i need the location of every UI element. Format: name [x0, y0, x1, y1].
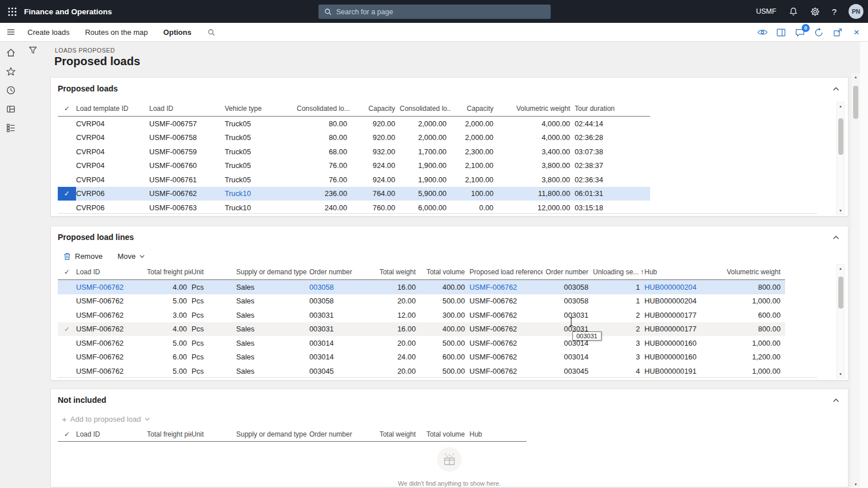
- column-header[interactable]: Total freight pie...: [147, 430, 192, 438]
- scroll-down-button[interactable]: ▼: [837, 207, 844, 214]
- column-header[interactable]: Load ID: [149, 105, 225, 113]
- grid-row[interactable]: ✓CVRP06USMF-006762Truck10236.00764.005,9…: [58, 187, 650, 201]
- column-header[interactable]: Supply or demand type: [236, 268, 309, 276]
- menu-item-routes-on-the-map[interactable]: Routes on the map: [85, 28, 148, 37]
- modules-icon[interactable]: [0, 118, 21, 137]
- grid-row[interactable]: CVRP06USMF-006763Truck10240.00760.006,00…: [58, 201, 650, 215]
- column-header[interactable]: Hub: [644, 268, 724, 276]
- company-picker[interactable]: USMF: [756, 7, 776, 15]
- table-scrollbar[interactable]: ▲ ▼: [837, 264, 845, 378]
- column-header[interactable]: Order number: [543, 268, 593, 276]
- column-header[interactable]: Unloading se...↑: [593, 268, 644, 276]
- notifications-bell-icon[interactable]: [789, 7, 798, 17]
- global-search-box[interactable]: [318, 5, 551, 19]
- column-header[interactable]: Order number: [309, 430, 367, 438]
- row-checkbox[interactable]: [58, 173, 76, 187]
- row-checkbox[interactable]: ✓: [58, 322, 76, 337]
- grid-row[interactable]: CVRP04USMF-006757Truck0580.00920.002,000…: [58, 117, 650, 131]
- grid-row[interactable]: CVRP04USMF-006758Truck0580.00920.002,000…: [58, 131, 650, 145]
- user-avatar[interactable]: PN: [849, 4, 863, 19]
- side-panel-icon[interactable]: [775, 27, 787, 38]
- app-launcher-waffle-icon[interactable]: [0, 0, 24, 23]
- grid-row[interactable]: USMF-0067623.00PcsSales00303112.00300.00…: [58, 308, 785, 322]
- column-header[interactable]: Total volume: [420, 430, 469, 438]
- column-header[interactable]: Supply or demand type: [236, 430, 309, 438]
- column-header[interactable]: Unit: [192, 430, 236, 438]
- row-checkbox[interactable]: ✓: [58, 187, 76, 201]
- scroll-thumb[interactable]: [838, 277, 843, 309]
- column-header[interactable]: Proposed load reference: [469, 268, 543, 276]
- row-checkbox[interactable]: [58, 117, 76, 131]
- open-in-new-window-icon[interactable]: [832, 27, 843, 38]
- column-header[interactable]: Volumetric weight: [724, 268, 785, 276]
- grid-row[interactable]: USMF-0067625.00PcsSales00305820.00500.00…: [58, 294, 785, 309]
- grid-row[interactable]: CVRP04USMF-006759Truck0568.00932.001,700…: [58, 145, 650, 159]
- app-title[interactable]: Finance and Operations: [24, 7, 112, 16]
- refresh-icon[interactable]: [813, 27, 825, 38]
- column-header[interactable]: Hub: [469, 430, 527, 438]
- collapse-chevron-icon[interactable]: [832, 85, 840, 92]
- select-all-checkmark[interactable]: ✓: [58, 101, 76, 116]
- collapse-chevron-icon[interactable]: [832, 397, 840, 403]
- column-header[interactable]: Consolidated lo...: [400, 105, 451, 113]
- column-header[interactable]: Load ID: [76, 268, 147, 276]
- row-checkbox[interactable]: [58, 308, 76, 322]
- add-to-proposed-load-button[interactable]: + Add to proposed load: [62, 415, 150, 423]
- close-page-icon[interactable]: ×: [851, 27, 862, 38]
- settings-gear-icon[interactable]: [810, 7, 820, 17]
- task-recorder-eye-icon[interactable]: [756, 27, 768, 38]
- remove-button[interactable]: Remove: [63, 252, 102, 261]
- grid-row[interactable]: CVRP04USMF-006761Truck0576.00924.001,900…: [58, 173, 650, 187]
- hamburger-menu-icon[interactable]: [0, 23, 22, 41]
- column-header[interactable]: Capacity: [451, 105, 498, 113]
- row-checkbox[interactable]: [58, 350, 76, 365]
- table-scrollbar[interactable]: ▲ ▼: [837, 102, 845, 215]
- grid-row[interactable]: ✓USMF-0067624.00PcsSales00303116.00400.0…: [58, 322, 785, 337]
- column-header[interactable]: Consolidated lo...: [297, 105, 352, 113]
- filter-funnel-icon[interactable]: [28, 45, 38, 57]
- grid-row[interactable]: USMF-0067625.00PcsSales00304520.00500.00…: [58, 364, 785, 378]
- column-header[interactable]: Total volume: [420, 268, 469, 276]
- scroll-thumb[interactable]: [853, 86, 858, 119]
- scroll-up-button[interactable]: ▲: [837, 102, 844, 110]
- row-checkbox[interactable]: [58, 159, 76, 173]
- search-input[interactable]: [336, 8, 546, 16]
- move-dropdown-button[interactable]: Move: [117, 252, 145, 261]
- help-icon[interactable]: ?: [832, 7, 837, 17]
- row-checkbox[interactable]: [58, 145, 76, 159]
- messages-icon[interactable]: 0: [794, 27, 806, 38]
- column-header[interactable]: Vehicle type: [225, 105, 297, 113]
- menu-item-options[interactable]: Options: [164, 28, 192, 37]
- row-checkbox[interactable]: [58, 201, 76, 215]
- grid-row[interactable]: USMF-0067624.00PcsSales00305816.00400.00…: [58, 280, 785, 294]
- column-header[interactable]: Total weight: [367, 430, 420, 438]
- action-pane-search-icon[interactable]: [207, 28, 216, 37]
- scroll-up-button[interactable]: ▲: [837, 265, 844, 272]
- workspaces-icon[interactable]: [0, 99, 21, 118]
- favorites-star-icon[interactable]: [0, 62, 21, 81]
- scroll-down-button[interactable]: ▼: [851, 481, 860, 488]
- grid-row[interactable]: USMF-0067625.00PcsSales00301420.00500.00…: [58, 336, 785, 350]
- column-header[interactable]: Order number: [309, 268, 367, 276]
- column-header[interactable]: Load template ID: [76, 105, 149, 113]
- column-header[interactable]: Unit: [192, 268, 236, 276]
- column-header[interactable]: Load ID: [76, 430, 147, 438]
- scroll-thumb[interactable]: [838, 118, 843, 155]
- column-header[interactable]: Capacity: [352, 105, 400, 113]
- scroll-down-button[interactable]: ▼: [837, 370, 844, 378]
- row-checkbox[interactable]: [58, 364, 76, 378]
- scroll-up-button[interactable]: ▲: [851, 73, 860, 81]
- home-icon[interactable]: [0, 43, 21, 62]
- page-scrollbar[interactable]: ▲ ▼: [851, 73, 860, 488]
- row-checkbox[interactable]: [58, 280, 76, 294]
- column-header[interactable]: Total weight: [367, 268, 420, 276]
- select-all-checkmark[interactable]: ✓: [58, 427, 76, 441]
- column-header[interactable]: Total freight pie...: [147, 268, 192, 276]
- row-checkbox[interactable]: [58, 294, 76, 309]
- collapse-chevron-icon[interactable]: [832, 234, 840, 241]
- column-header[interactable]: Tour duration: [575, 105, 650, 113]
- row-checkbox[interactable]: [58, 336, 76, 350]
- column-header[interactable]: Volumetric weight: [498, 105, 575, 113]
- grid-row[interactable]: CVRP04USMF-006760Truck0576.00924.001,900…: [58, 159, 650, 173]
- grid-row[interactable]: USMF-0067626.00PcsSales00301424.00600.00…: [58, 350, 785, 365]
